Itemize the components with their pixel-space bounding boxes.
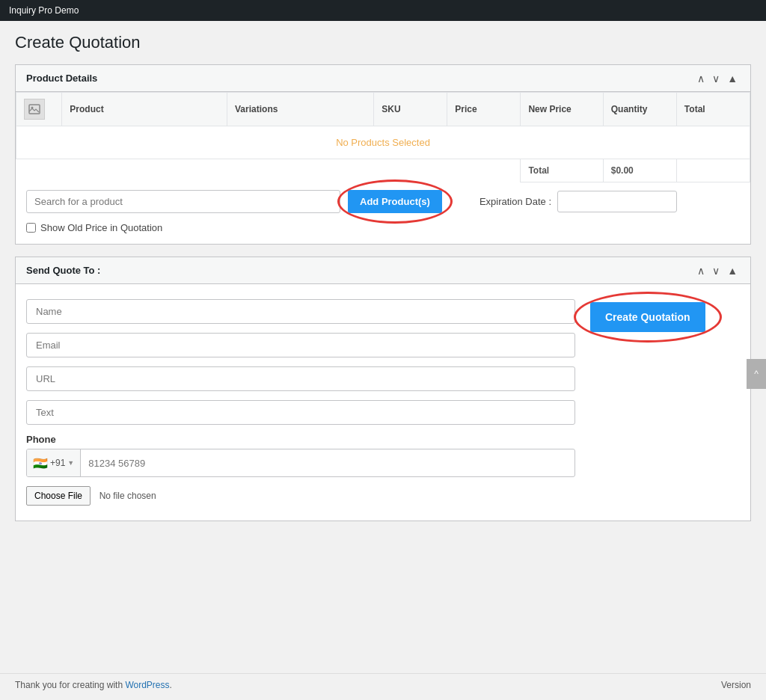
- product-details-expand-btn[interactable]: ▲: [725, 73, 740, 84]
- create-quotation-btn-wrapper: Create Quotation: [590, 302, 705, 332]
- top-bar-title: Inquiry Pro Demo: [9, 5, 79, 16]
- send-quote-expand-btn[interactable]: ▲: [725, 265, 740, 276]
- search-product-input[interactable]: [26, 190, 340, 213]
- send-quote-panel: Send Quote To : ∧ ∨ ▲: [15, 257, 751, 521]
- phone-flag-selector[interactable]: 🇮🇳 +91 ▼: [27, 449, 81, 476]
- expiration-date-input[interactable]: [557, 191, 677, 212]
- send-quote-form: Phone 🇮🇳 +91 ▼ Choose File: [26, 299, 575, 506]
- table-header-quantity: Quantity: [603, 93, 676, 126]
- table-header-new-price: New Price: [521, 93, 603, 126]
- send-quote-body: Phone 🇮🇳 +91 ▼ Choose File: [16, 284, 750, 521]
- show-old-price-row: Show Old Price in Quotation: [26, 222, 740, 233]
- product-details-title: Product Details: [26, 73, 97, 84]
- action-area: Create Quotation: [590, 299, 740, 506]
- scroll-to-top-btn[interactable]: ^: [747, 359, 766, 389]
- phone-dropdown-arrow: ▼: [67, 459, 74, 467]
- product-bottom-section: Add Product(s) Expiration Date : Show Ol…: [16, 190, 750, 233]
- country-code: +91: [50, 458, 65, 468]
- total-value: $0.00: [603, 159, 676, 182]
- product-details-controls: ∧ ∨ ▲: [695, 73, 740, 84]
- svg-rect-0: [29, 105, 40, 114]
- no-file-text: No file chosen: [99, 491, 156, 501]
- product-details-body: Product Variations SKU Price New Price Q…: [16, 92, 750, 244]
- footer-text: Thank you for creating with WordPress.: [15, 680, 172, 690]
- footer: Thank you for creating with WordPress. V…: [0, 673, 766, 696]
- no-products-row: No Products Selected: [16, 126, 750, 159]
- create-quotation-btn[interactable]: Create Quotation: [590, 302, 705, 332]
- add-product-btn-wrapper: Add Product(s): [348, 190, 442, 213]
- total-row: Total $0.00: [16, 159, 750, 182]
- phone-number-input[interactable]: [81, 452, 574, 475]
- table-header-product: Product: [62, 93, 227, 126]
- product-details-collapse-down-btn[interactable]: ∨: [710, 73, 722, 84]
- show-old-price-checkbox[interactable]: [26, 223, 36, 233]
- image-icon: [24, 99, 45, 120]
- product-details-panel-header: Product Details ∧ ∨ ▲: [16, 65, 750, 92]
- name-field-wrapper: [26, 299, 575, 324]
- table-header-price: Price: [447, 93, 521, 126]
- expiration-label: Expiration Date :: [479, 196, 551, 207]
- top-bar: Inquiry Pro Demo: [0, 0, 766, 21]
- page-wrapper: Create Quotation Product Details ∧ ∨ ▲: [0, 21, 766, 673]
- phone-label: Phone: [26, 434, 575, 445]
- url-field-wrapper: [26, 366, 575, 391]
- wordpress-link[interactable]: WordPress: [125, 680, 169, 690]
- page-title: Create Quotation: [15, 33, 751, 52]
- send-quote-collapse-up-btn[interactable]: ∧: [695, 265, 707, 276]
- expiration-section: Expiration Date :: [479, 191, 677, 212]
- no-products-message: No Products Selected: [16, 126, 750, 159]
- text-field-wrapper: [26, 400, 575, 425]
- product-details-collapse-up-btn[interactable]: ∧: [695, 73, 707, 84]
- table-header-variations: Variations: [227, 93, 374, 126]
- send-quote-collapse-down-btn[interactable]: ∨: [710, 265, 722, 276]
- flag-emoji: 🇮🇳: [33, 456, 48, 470]
- url-input[interactable]: [26, 366, 575, 391]
- name-input[interactable]: [26, 299, 575, 324]
- send-quote-controls: ∧ ∨ ▲: [695, 265, 740, 276]
- send-quote-panel-header: Send Quote To : ∧ ∨ ▲: [16, 257, 750, 284]
- phone-input-row: 🇮🇳 +91 ▼: [26, 449, 575, 477]
- table-header-image: [16, 93, 62, 126]
- footer-version: Version: [721, 680, 751, 690]
- send-quote-title: Send Quote To :: [26, 265, 100, 276]
- email-field-wrapper: [26, 333, 575, 357]
- product-details-panel: Product Details ∧ ∨ ▲: [15, 64, 751, 245]
- footer-thank-you: Thank you for creating with: [15, 680, 125, 690]
- table-header-sku: SKU: [374, 93, 447, 126]
- phone-section: Phone 🇮🇳 +91 ▼: [26, 434, 575, 477]
- text-input[interactable]: [26, 400, 575, 425]
- email-input[interactable]: [26, 333, 575, 357]
- file-section: Choose File No file chosen: [26, 486, 575, 506]
- table-header-total: Total: [676, 93, 750, 126]
- show-old-price-label: Show Old Price in Quotation: [40, 222, 162, 233]
- product-table: Product Variations SKU Price New Price Q…: [16, 92, 750, 182]
- add-product-btn[interactable]: Add Product(s): [348, 190, 442, 213]
- choose-file-btn[interactable]: Choose File: [26, 486, 91, 506]
- scroll-up-icon: ^: [754, 369, 759, 379]
- total-label: Total: [521, 159, 603, 182]
